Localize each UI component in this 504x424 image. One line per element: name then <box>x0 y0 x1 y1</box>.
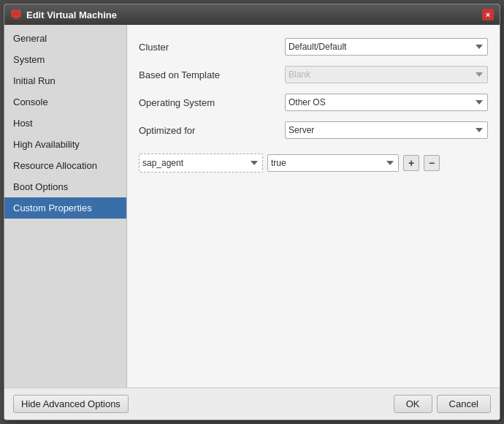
cancel-button[interactable]: Cancel <box>437 395 491 413</box>
edit-vm-dialog: Edit Virtual Machine × General System In… <box>4 4 500 420</box>
dialog-title: Edit Virtual Machine <box>26 10 482 20</box>
remove-property-button[interactable]: − <box>424 155 440 171</box>
sidebar-item-high-availability[interactable]: High Availability <box>4 134 126 155</box>
os-row: Operating System Other OS <box>139 92 488 113</box>
optimized-select[interactable]: Server <box>285 121 488 139</box>
sidebar-item-system[interactable]: System <box>4 49 126 70</box>
add-property-button[interactable]: + <box>403 155 419 171</box>
sidebar-item-boot-options[interactable]: Boot Options <box>4 176 126 197</box>
property-select[interactable]: sap_agent <box>139 154 263 173</box>
close-button[interactable]: × <box>482 9 494 20</box>
dialog-footer: Hide Advanced Options OK Cancel <box>4 387 500 420</box>
hide-advanced-button[interactable]: Hide Advanced Options <box>13 395 129 413</box>
optimized-row: Optimized for Server <box>139 120 488 140</box>
svg-rect-1 <box>14 17 18 18</box>
footer-left: Hide Advanced Options <box>13 395 389 413</box>
template-label: Based on Template <box>139 69 285 80</box>
main-content: Cluster Default/Default Based on Templat… <box>127 25 500 387</box>
ok-button[interactable]: OK <box>394 395 432 413</box>
template-row: Based on Template Blank <box>139 64 488 85</box>
cluster-label: Cluster <box>139 42 285 53</box>
sidebar-item-host[interactable]: Host <box>4 113 126 134</box>
os-select[interactable]: Other OS <box>285 94 488 111</box>
optimized-label: Optimized for <box>139 125 285 136</box>
template-select[interactable]: Blank <box>285 66 488 83</box>
title-bar: Edit Virtual Machine × <box>4 4 500 25</box>
value-select[interactable]: true <box>267 154 399 172</box>
sidebar-item-custom-properties[interactable]: Custom Properties <box>4 197 126 219</box>
sidebar: General System Initial Run Console Host … <box>4 25 127 387</box>
cluster-select[interactable]: Default/Default <box>285 38 488 56</box>
os-label: Operating System <box>139 97 285 108</box>
sidebar-item-initial-run[interactable]: Initial Run <box>4 70 126 91</box>
sidebar-item-resource-allocation[interactable]: Resource Allocation <box>4 155 126 176</box>
app-icon <box>10 9 22 20</box>
sidebar-item-general[interactable]: General <box>4 28 126 49</box>
custom-props-row: sap_agent true + − <box>139 154 488 173</box>
cluster-row: Cluster Default/Default <box>139 37 488 57</box>
sidebar-item-console[interactable]: Console <box>4 91 126 113</box>
svg-rect-0 <box>12 10 20 17</box>
svg-rect-2 <box>12 18 20 19</box>
dialog-body: General System Initial Run Console Host … <box>4 25 500 387</box>
